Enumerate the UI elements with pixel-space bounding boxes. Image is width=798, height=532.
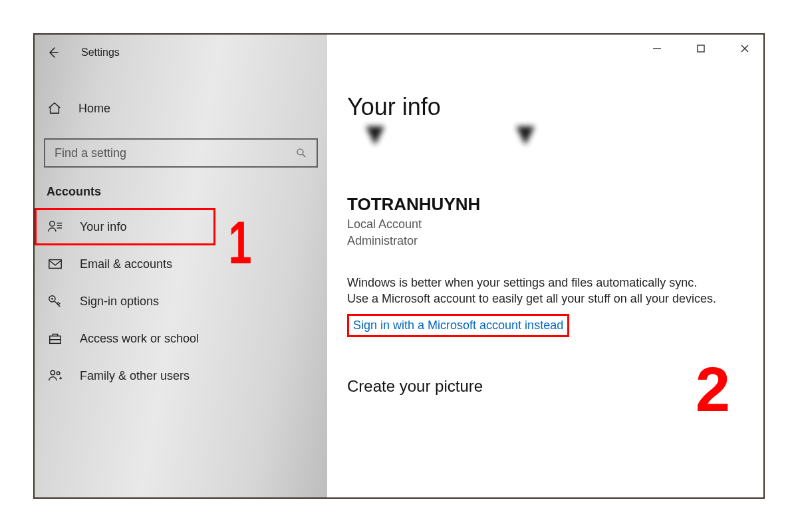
avatar-shadow-left [366, 126, 384, 145]
svg-point-11 [57, 372, 60, 375]
key-icon [47, 294, 64, 309]
sidebar-item-signin-options[interactable]: Sign-in options [35, 283, 327, 320]
svg-point-8 [51, 298, 53, 300]
sidebar-item-label: Email & accounts [80, 257, 172, 271]
sidebar-item-family-users[interactable]: Family & other users [35, 357, 327, 394]
svg-line-1 [303, 154, 305, 157]
sidebar-section-label: Accounts [35, 185, 327, 199]
sidebar-item-home[interactable]: Home [35, 90, 327, 126]
settings-window: Settings Home Accounts [33, 33, 765, 499]
people-add-icon [47, 368, 64, 383]
mail-icon [47, 257, 64, 271]
sidebar-item-label: Home [78, 102, 110, 116]
search-box[interactable] [44, 138, 318, 168]
search-icon [295, 147, 307, 159]
main-content: Your info TOTRANHUYNH Local Account Admi… [327, 35, 763, 497]
sidebar: Settings Home Accounts [35, 35, 327, 497]
avatar-placeholder [347, 126, 743, 169]
account-type: Local Account [347, 217, 743, 231]
close-icon [740, 44, 749, 53]
minimize-button[interactable] [645, 39, 669, 59]
page-title: Your info [347, 93, 743, 121]
window-controls [645, 39, 757, 59]
sidebar-item-label: Your info [80, 220, 126, 234]
minimize-icon [652, 44, 662, 53]
home-icon [47, 101, 63, 116]
annotation-2: 2 [696, 354, 730, 426]
sidebar-item-work-school[interactable]: Access work or school [35, 320, 327, 357]
signin-link-highlight: Sign in with a Microsoft account instead [347, 314, 569, 337]
account-role: Administrator [347, 234, 743, 248]
annotation-1: 1 [229, 209, 252, 277]
sidebar-item-label: Family & other users [80, 369, 190, 383]
svg-rect-6 [49, 260, 61, 269]
svg-point-2 [50, 221, 55, 226]
signin-microsoft-link[interactable]: Sign in with a Microsoft account instead [353, 319, 563, 332]
search-input[interactable] [55, 146, 295, 160]
sync-description: Windows is better when your settings and… [347, 275, 720, 307]
maximize-button[interactable] [689, 39, 713, 59]
create-picture-heading: Create your picture [347, 377, 743, 396]
briefcase-icon [47, 331, 64, 346]
svg-rect-13 [698, 45, 704, 52]
svg-point-0 [297, 149, 303, 155]
sidebar-item-label: Access work or school [80, 332, 199, 346]
close-button[interactable] [733, 39, 757, 59]
person-info-icon [47, 219, 64, 234]
sidebar-item-your-info[interactable]: Your info [35, 208, 215, 245]
sidebar-item-label: Sign-in options [80, 295, 159, 309]
arrow-left-icon [47, 46, 60, 59]
maximize-icon [696, 44, 706, 53]
avatar-shadow-right [516, 126, 535, 145]
window-title: Settings [81, 47, 120, 59]
back-button[interactable] [45, 45, 61, 61]
account-username: TOTRANHUYNH [347, 194, 743, 215]
sidebar-item-email-accounts[interactable]: Email & accounts [35, 245, 327, 283]
svg-point-10 [51, 370, 55, 374]
